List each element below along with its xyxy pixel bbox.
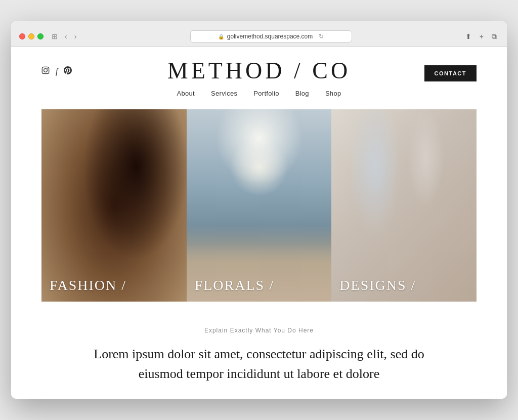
- refresh-icon: ↻: [319, 33, 324, 40]
- svg-rect-14: [256, 150, 261, 251]
- gallery-image-designs: [331, 109, 477, 302]
- instagram-icon[interactable]: [41, 66, 50, 76]
- forward-btn[interactable]: ›: [72, 31, 79, 41]
- svg-point-1: [44, 69, 48, 72]
- svg-rect-12: [249, 211, 269, 276]
- traffic-light-red[interactable]: [19, 33, 25, 39]
- svg-point-2: [47, 68, 48, 69]
- tab-overview-btn[interactable]: ⧉: [490, 31, 499, 42]
- social-icons: f: [41, 61, 72, 76]
- toolbar-right: ⬆ + ⧉: [463, 31, 499, 42]
- site-title: METHOD / CO: [167, 57, 351, 84]
- browser-chrome: ⊞ ‹ › 🔒 golivemethod.squarespace.com ↻ ⬆…: [11, 21, 507, 47]
- browser-toolbar: ⊞ ‹ › 🔒 golivemethod.squarespace.com ↻ ⬆…: [19, 26, 499, 47]
- gallery-label-fashion: FASHION /: [50, 277, 126, 293]
- svg-point-19: [252, 120, 281, 154]
- svg-rect-24: [359, 223, 450, 231]
- browser-window: ⊞ ‹ › 🔒 golivemethod.squarespace.com ↻ ⬆…: [11, 21, 507, 399]
- svg-point-7: [108, 213, 122, 227]
- facebook-icon[interactable]: f: [56, 67, 58, 76]
- svg-point-6: [106, 192, 124, 214]
- site-header: f METHOD / CO CONTACT: [11, 47, 507, 81]
- svg-point-8: [112, 217, 118, 223]
- svg-point-33: [405, 267, 423, 277]
- website-content: f METHOD / CO CONTACT About Services Por…: [11, 47, 507, 399]
- site-nav: About Services Portfolio Blog Shop: [11, 81, 507, 109]
- svg-point-36: [424, 273, 440, 282]
- svg-rect-3: [41, 109, 187, 302]
- svg-rect-37: [442, 266, 452, 281]
- site-title-text: METHOD / CO: [167, 57, 351, 84]
- contact-button[interactable]: CONTACT: [424, 65, 477, 81]
- url-text: golivemethod.squarespace.com: [227, 33, 313, 40]
- nav-services[interactable]: Services: [211, 90, 237, 97]
- gallery-item-designs[interactable]: DESIGNS /: [331, 109, 477, 302]
- address-bar[interactable]: 🔒 golivemethod.squarespace.com ↻: [190, 30, 352, 43]
- image-gallery: FASHION /: [41, 109, 477, 302]
- gallery-label-florals: FLORALS /: [195, 277, 274, 293]
- gallery-label-designs: DESIGNS /: [339, 277, 416, 293]
- pinterest-icon[interactable]: [64, 66, 72, 76]
- svg-point-15: [233, 200, 260, 221]
- share-btn[interactable]: ⬆: [463, 31, 473, 41]
- svg-rect-31: [380, 241, 387, 251]
- site-body-text: Lorem ipsum dolor sit amet, consectetur …: [82, 344, 436, 384]
- back-btn[interactable]: ‹: [63, 31, 69, 41]
- nav-blog[interactable]: Blog: [295, 90, 309, 97]
- svg-point-17: [236, 114, 281, 165]
- svg-point-35: [424, 277, 440, 286]
- svg-rect-25: [397, 238, 412, 269]
- svg-rect-13: [241, 221, 277, 271]
- svg-point-30: [366, 241, 402, 281]
- toolbar-left: [19, 33, 44, 39]
- svg-point-21: [241, 127, 276, 157]
- svg-rect-22: [331, 109, 477, 302]
- site-tagline: Explain Exactly What You Do Here: [41, 327, 477, 334]
- svg-point-5: [41, 297, 187, 302]
- svg-rect-0: [42, 67, 49, 73]
- gallery-item-florals[interactable]: FLORALS /: [187, 109, 332, 302]
- window-grid-btn[interactable]: ⊞: [50, 31, 60, 41]
- toolbar-center: 🔒 golivemethod.squarespace.com ↻: [78, 30, 463, 43]
- traffic-light-green[interactable]: [37, 33, 44, 39]
- site-body: Explain Exactly What You Do Here Lorem i…: [11, 302, 507, 399]
- svg-point-29: [415, 233, 434, 238]
- svg-point-23: [359, 222, 450, 240]
- gallery-image-fashion: [41, 109, 187, 302]
- svg-point-18: [236, 117, 267, 152]
- gallery-item-fashion[interactable]: FASHION /: [41, 109, 187, 302]
- traffic-light-yellow[interactable]: [28, 33, 34, 39]
- lock-icon: 🔒: [218, 34, 224, 39]
- svg-rect-28: [423, 211, 426, 236]
- svg-rect-27: [371, 160, 391, 226]
- svg-point-9: [95, 147, 136, 203]
- nav-portfolio[interactable]: Portfolio: [253, 90, 279, 97]
- add-tab-btn[interactable]: +: [478, 31, 486, 41]
- svg-point-26: [384, 265, 424, 275]
- browser-nav: ⊞ ‹ ›: [50, 31, 78, 41]
- nav-shop[interactable]: Shop: [325, 90, 341, 97]
- gallery-image-florals: [187, 109, 332, 302]
- svg-point-16: [255, 217, 283, 235]
- svg-rect-10: [187, 109, 332, 302]
- svg-point-20: [247, 114, 270, 145]
- nav-about[interactable]: About: [177, 90, 195, 97]
